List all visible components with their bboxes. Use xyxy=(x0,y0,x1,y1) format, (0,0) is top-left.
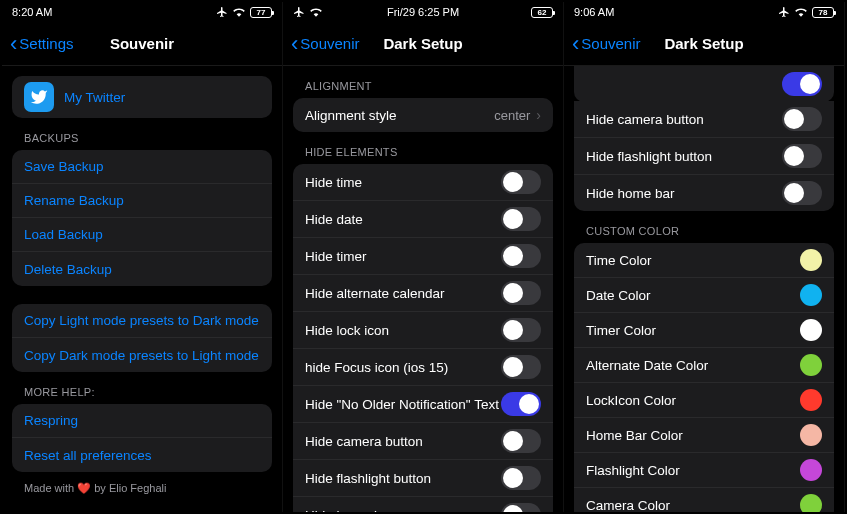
battery-icon: 77 xyxy=(250,7,272,18)
toggle-switch[interactable] xyxy=(501,244,541,268)
back-button[interactable]: ‹ Settings xyxy=(10,33,74,55)
nav-bar: ‹ Settings Souvenir xyxy=(2,22,282,66)
color-row[interactable]: Camera Color xyxy=(574,488,834,512)
nav-bar: ‹ Souvenir Dark Setup xyxy=(564,22,844,66)
rename-backup-row[interactable]: Rename Backup xyxy=(12,184,272,218)
hide-toggle-row[interactable]: Hide home bar xyxy=(574,175,834,211)
color-swatch[interactable] xyxy=(800,284,822,306)
row-label: Hide flashlight button xyxy=(586,149,782,164)
hide-toggle-row[interactable]: Hide alternate calendar xyxy=(293,275,553,312)
color-swatch[interactable] xyxy=(800,424,822,446)
color-row[interactable]: Time Color xyxy=(574,243,834,278)
row-label: Hide date xyxy=(305,212,501,227)
toggle-switch[interactable] xyxy=(782,107,822,131)
hide-toggle-row[interactable]: Hide "No Older Notification" Text xyxy=(293,386,553,423)
color-swatch[interactable] xyxy=(800,494,822,512)
hide-toggle-row[interactable]: Hide camera button xyxy=(574,101,834,138)
custom-color-group: Time ColorDate ColorTimer ColorAlternate… xyxy=(574,243,834,512)
color-row[interactable]: Date Color xyxy=(574,278,834,313)
row-label: Camera Color xyxy=(586,498,800,513)
hide-toggle-row[interactable]: Hide flashlight button xyxy=(574,138,834,175)
screen-dark-setup-2: 9:06 AM 78 ‹ Souvenir Dark Setup … Hide … xyxy=(564,2,845,512)
back-label: Souvenir xyxy=(300,35,359,52)
reset-prefs-row[interactable]: Reset all preferences xyxy=(12,438,272,472)
airplane-icon xyxy=(778,6,790,18)
toggle-switch[interactable] xyxy=(501,355,541,379)
hide-toggle-row[interactable]: Hide time xyxy=(293,164,553,201)
airplane-icon xyxy=(216,6,228,18)
row-label: Alternate Date Color xyxy=(586,358,800,373)
row-label: Hide home bar xyxy=(586,186,782,201)
my-twitter-row[interactable]: My Twitter xyxy=(12,76,272,118)
color-swatch[interactable] xyxy=(800,389,822,411)
copy-dark-to-light-row[interactable]: Copy Dark mode presets to Light mode xyxy=(12,338,272,372)
toggle-switch[interactable] xyxy=(501,318,541,342)
color-row[interactable]: LockIcon Color xyxy=(574,383,834,418)
page-title: Dark Setup xyxy=(383,35,462,52)
toggle-switch[interactable] xyxy=(782,144,822,168)
color-row[interactable]: Home Bar Color xyxy=(574,418,834,453)
wifi-icon xyxy=(232,7,246,17)
alignment-style-row[interactable]: Alignment style center › xyxy=(293,98,553,132)
copy-light-to-dark-row[interactable]: Copy Light mode presets to Dark mode xyxy=(12,304,272,338)
airplane-icon xyxy=(293,6,305,18)
hide-toggle-row[interactable]: hide Focus icon (ios 15) xyxy=(293,349,553,386)
respring-row[interactable]: Respring xyxy=(12,404,272,438)
color-row[interactable]: Alternate Date Color xyxy=(574,348,834,383)
back-button[interactable]: ‹ Souvenir xyxy=(291,33,360,55)
status-time: 8:20 AM xyxy=(12,6,52,18)
section-header-backups: BACKUPS xyxy=(12,118,272,150)
delete-backup-row[interactable]: Delete Backup xyxy=(12,252,272,286)
section-header-alignment: ALIGNMENT xyxy=(293,66,553,98)
hide-toggle-row[interactable]: Hide camera button xyxy=(293,423,553,460)
nav-bar: ‹ Souvenir Dark Setup xyxy=(283,22,563,66)
content-scroll[interactable]: ALIGNMENT Alignment style center › HIDE … xyxy=(283,66,563,512)
toggle-switch[interactable] xyxy=(501,429,541,453)
content-scroll[interactable]: My Twitter BACKUPS Save Backup Rename Ba… xyxy=(2,66,282,512)
battery-icon: 78 xyxy=(812,7,834,18)
color-swatch[interactable] xyxy=(800,459,822,481)
hide-toggle-row[interactable]: Hide lock icon xyxy=(293,312,553,349)
partial-row-top[interactable]: … xyxy=(574,66,834,102)
row-label: Hide lock icon xyxy=(305,323,501,338)
toggle-switch[interactable] xyxy=(501,503,541,512)
hide-toggle-row[interactable]: Hide home bar xyxy=(293,497,553,512)
toggle-switch[interactable] xyxy=(782,72,822,96)
color-swatch[interactable] xyxy=(800,249,822,271)
save-backup-row[interactable]: Save Backup xyxy=(12,150,272,184)
row-label: Hide home bar xyxy=(305,508,501,513)
toggle-switch[interactable] xyxy=(501,392,541,416)
color-row[interactable]: Flashlight Color xyxy=(574,453,834,488)
section-header-morehelp: MORE HELP: xyxy=(12,372,272,404)
hide-elements-group: Hide timeHide dateHide timerHide alterna… xyxy=(293,164,553,512)
load-backup-row[interactable]: Load Backup xyxy=(12,218,272,252)
row-label: Time Color xyxy=(586,253,800,268)
color-row[interactable]: Timer Color xyxy=(574,313,834,348)
row-label: Hide camera button xyxy=(305,434,501,449)
color-swatch[interactable] xyxy=(800,319,822,341)
toggle-switch[interactable] xyxy=(501,466,541,490)
status-time: 9:06 AM xyxy=(574,6,614,18)
toggle-switch[interactable] xyxy=(501,207,541,231)
section-header-hide: HIDE ELEMENTS xyxy=(293,132,553,164)
hide-toggle-row[interactable]: Hide timer xyxy=(293,238,553,275)
row-label: Hide camera button xyxy=(586,112,782,127)
toggle-switch[interactable] xyxy=(501,281,541,305)
toggle-switch[interactable] xyxy=(782,181,822,205)
back-button[interactable]: ‹ Souvenir xyxy=(572,33,641,55)
row-label: Flashlight Color xyxy=(586,463,800,478)
back-label: Souvenir xyxy=(581,35,640,52)
content-scroll[interactable]: … Hide camera buttonHide flashlight butt… xyxy=(564,66,844,512)
row-label: Timer Color xyxy=(586,323,800,338)
row-label: My Twitter xyxy=(64,90,260,105)
row-label: Date Color xyxy=(586,288,800,303)
hide-toggle-row[interactable]: Hide date xyxy=(293,201,553,238)
color-swatch[interactable] xyxy=(800,354,822,376)
screen-souvenir: 8:20 AM 77 ‹ Settings Souvenir My Twitte… xyxy=(2,2,283,512)
row-label: Hide "No Older Notification" Text xyxy=(305,397,501,412)
twitter-icon xyxy=(24,82,54,112)
hide-toggle-row[interactable]: Hide flashlight button xyxy=(293,460,553,497)
row-label: LockIcon Color xyxy=(586,393,800,408)
toggle-switch[interactable] xyxy=(501,170,541,194)
chevron-left-icon: ‹ xyxy=(291,33,298,55)
